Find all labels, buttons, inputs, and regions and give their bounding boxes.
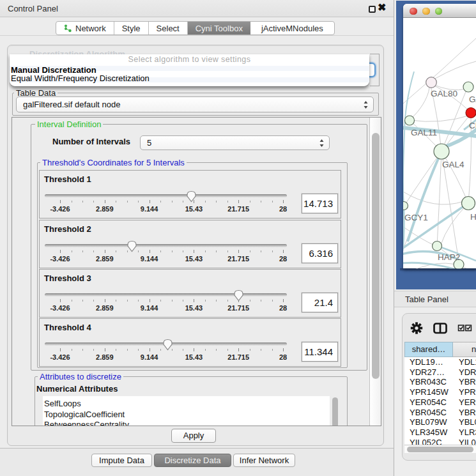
svg-text:GCY1: GCY1	[404, 213, 428, 222]
svg-text:HIS4: HIS4	[470, 212, 476, 222]
svg-text:GAL4: GAL4	[442, 160, 464, 169]
svg-text:GAL11: GAL11	[411, 128, 437, 137]
svg-text:GAL80: GAL80	[431, 89, 457, 98]
svg-text:GAL2: GAL2	[469, 95, 476, 104]
svg-text:HAP2: HAP2	[438, 252, 460, 262]
svg-text:CLN1: CLN1	[469, 121, 476, 130]
